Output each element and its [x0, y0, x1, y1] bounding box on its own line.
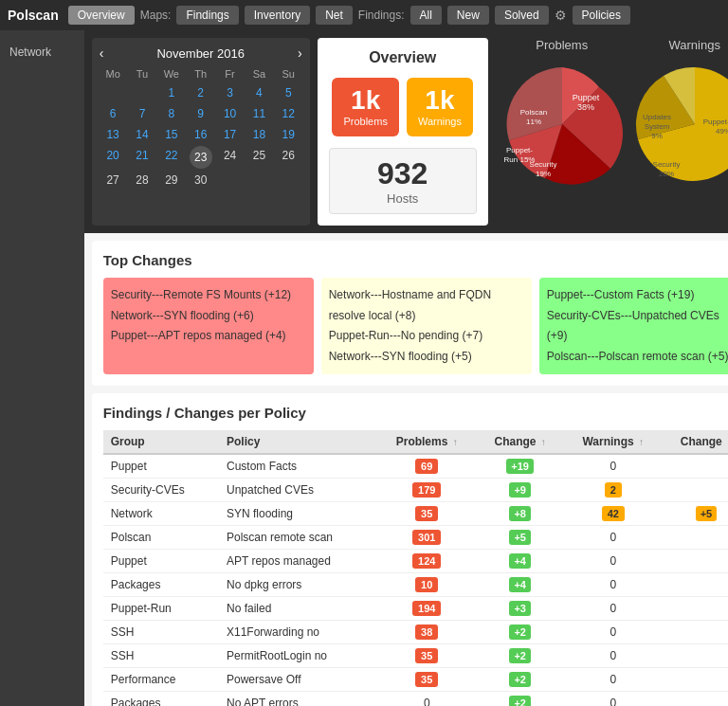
- nav-overview[interactable]: Overview: [68, 6, 135, 25]
- warnings-badge: 2: [605, 482, 622, 498]
- table-row: SSH PermitRootLogin no 35 +2 0: [103, 644, 728, 668]
- svg-text:38%: 38%: [577, 102, 594, 112]
- findings-title: Findings / Changes per Policy: [103, 405, 728, 421]
- cal-day-1[interactable]: 1: [157, 83, 185, 102]
- change-badge: +5: [509, 530, 531, 545]
- cal-day-9[interactable]: 9: [187, 104, 214, 123]
- cal-day-25[interactable]: 25: [246, 146, 273, 169]
- warnings-badge: 42: [602, 506, 625, 521]
- hosts-label: Hosts: [349, 191, 457, 206]
- col-policy[interactable]: Policy: [219, 430, 377, 454]
- warnings-chart-section: Warnings Puppet-Run 49% Updat: [628, 38, 728, 226]
- warnings-value: 0: [610, 625, 616, 639]
- cal-day-13[interactable]: 13: [100, 125, 127, 144]
- cal-day-7[interactable]: 7: [129, 104, 156, 123]
- cell-group: Puppet-Run: [103, 597, 219, 621]
- changes-col-green: Puppet---Custom Facts (+19) Security-CVE…: [539, 278, 728, 374]
- cell-change1: +2: [477, 621, 563, 644]
- cal-day-20[interactable]: 20: [100, 146, 127, 169]
- warnings-value: 0: [610, 673, 616, 686]
- cal-day-17[interactable]: 17: [216, 125, 244, 144]
- cal-day-10[interactable]: 10: [216, 104, 244, 123]
- nav-solved[interactable]: Solved: [495, 6, 549, 25]
- problems-badge: 38: [415, 625, 438, 640]
- cell-problems: 194: [377, 597, 477, 621]
- cell-change2: [663, 573, 728, 597]
- change-item: Network---Hostname and FQDN resolve loca…: [329, 285, 524, 326]
- nav-findings-label: Findings:: [358, 9, 405, 22]
- cal-day-name-fr: Fr: [216, 66, 244, 81]
- col-change1[interactable]: Change ↑: [477, 430, 563, 454]
- calendar: ‹ November 2016 › Mo Tu We Th Fr Sa Su 1: [92, 38, 310, 226]
- cal-day-12[interactable]: 12: [275, 104, 302, 123]
- cal-day-22[interactable]: 22: [157, 146, 185, 169]
- cal-day-2[interactable]: 2: [187, 83, 214, 102]
- problems-badge: 35: [415, 672, 438, 687]
- cell-group: Security-CVEs: [103, 479, 219, 502]
- cell-change1: +3: [477, 597, 563, 621]
- cal-day-15[interactable]: 15: [157, 125, 185, 144]
- cell-change2: [663, 454, 728, 479]
- cell-change1: +2: [477, 668, 563, 692]
- cal-day-30[interactable]: 30: [187, 171, 214, 190]
- cell-change2: [663, 644, 728, 668]
- cal-day-21[interactable]: 21: [129, 146, 156, 169]
- cell-change1: +2: [477, 692, 563, 706]
- cal-day-4[interactable]: 4: [246, 83, 273, 102]
- cal-day-3[interactable]: 3: [216, 83, 244, 102]
- cal-day-19[interactable]: 19: [275, 125, 302, 144]
- cal-day-11[interactable]: 11: [246, 104, 273, 123]
- cell-change1: +2: [477, 644, 563, 668]
- warnings-value: 0: [610, 649, 616, 662]
- table-row: Security-CVEs Unpatched CVEs 179 +9 2: [103, 479, 728, 502]
- cal-day-6[interactable]: 6: [100, 104, 127, 123]
- cal-day-name-sa: Sa: [246, 66, 273, 81]
- cell-problems: 69: [377, 454, 477, 479]
- changes-col-yellow: Network---Hostname and FQDN resolve loca…: [321, 278, 532, 374]
- nav-net[interactable]: Net: [316, 6, 353, 25]
- change-badge: +4: [509, 577, 531, 592]
- warnings-value: 0: [610, 697, 616, 706]
- overview-title: Overview: [369, 49, 436, 66]
- warnings-label: Warnings: [418, 116, 462, 127]
- cal-day-29[interactable]: 29: [157, 171, 185, 190]
- nav-new[interactable]: New: [447, 6, 489, 25]
- cal-day-18[interactable]: 18: [246, 125, 273, 144]
- cal-day-26[interactable]: 26: [275, 146, 302, 169]
- cell-problems: 0: [377, 692, 477, 706]
- calendar-month: November 2016: [156, 46, 245, 61]
- cell-problems: 179: [377, 479, 477, 502]
- app-header: Polscan Overview Maps: Findings Inventor…: [0, 0, 728, 30]
- cal-day-28[interactable]: 28: [129, 171, 156, 190]
- nav-findings[interactable]: Findings: [176, 6, 238, 25]
- calendar-next[interactable]: ›: [298, 45, 302, 61]
- cal-day-16[interactable]: 16: [187, 125, 214, 144]
- sidebar-item-network[interactable]: Network: [0, 40, 84, 64]
- svg-text:Puppet-: Puppet-: [506, 146, 533, 154]
- cell-warnings: 0: [563, 668, 663, 692]
- problems-badge: 124: [412, 553, 441, 569]
- col-change2[interactable]: Change ↑: [663, 430, 728, 454]
- col-problems[interactable]: Problems ↑: [377, 430, 477, 454]
- nav-all[interactable]: All: [410, 6, 442, 25]
- cell-change1: +8: [477, 502, 563, 526]
- cal-day-14[interactable]: 14: [129, 125, 156, 144]
- problems-badge: 35: [415, 506, 438, 521]
- nav-inventory[interactable]: Inventory: [245, 6, 310, 25]
- cell-change2: [663, 550, 728, 573]
- col-warnings[interactable]: Warnings ↑: [563, 430, 663, 454]
- cell-change2: [663, 479, 728, 502]
- cal-day-8[interactable]: 8: [157, 104, 185, 123]
- cal-day-27[interactable]: 27: [100, 171, 127, 190]
- changes-col-red: Security---Remote FS Mounts (+12) Networ…: [103, 278, 314, 374]
- calendar-prev[interactable]: ‹: [100, 45, 104, 61]
- cal-day-23[interactable]: 23: [190, 146, 212, 169]
- cal-day-24[interactable]: 24: [216, 146, 244, 169]
- cal-day-5[interactable]: 5: [275, 83, 302, 102]
- gear-icon[interactable]: ⚙: [555, 8, 567, 23]
- change-item: Puppet---APT repos managed (+4): [111, 326, 306, 347]
- cell-policy: SYN flooding: [219, 502, 377, 526]
- col-group[interactable]: Group: [103, 430, 219, 454]
- cell-problems: 38: [377, 621, 477, 644]
- nav-policies[interactable]: Policies: [573, 6, 630, 25]
